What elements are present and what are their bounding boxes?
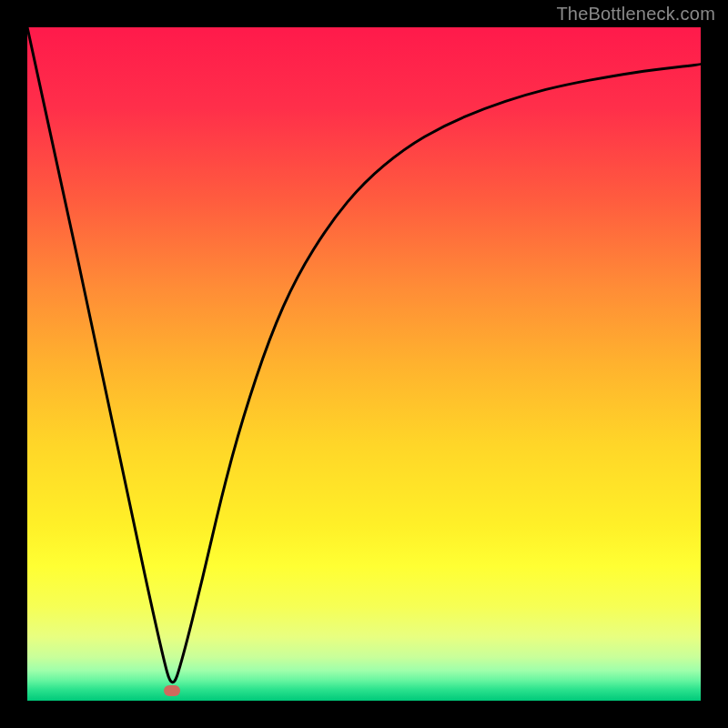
watermark-label: TheBottleneck.com [556,4,715,25]
optimum-marker [164,685,180,696]
chart-frame: TheBottleneck.com [0,0,728,728]
bottleneck-curve [27,27,701,701]
curve-path [27,27,701,682]
plot-area [27,27,701,701]
